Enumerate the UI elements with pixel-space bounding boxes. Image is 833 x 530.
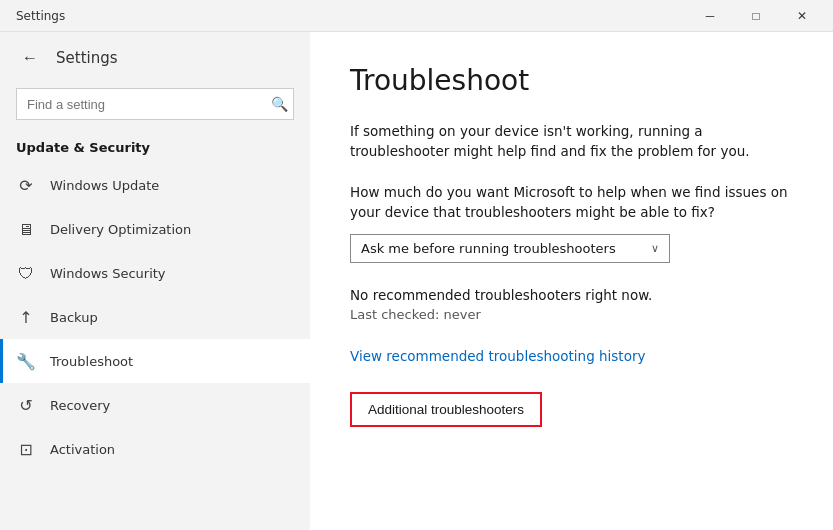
search-icon[interactable]: 🔍 bbox=[271, 96, 288, 112]
windows-update-icon: ⟳ bbox=[16, 175, 36, 195]
last-checked-text: Last checked: never bbox=[350, 307, 793, 322]
sidebar-item-label-troubleshoot: Troubleshoot bbox=[50, 354, 133, 369]
sidebar-item-label-activation: Activation bbox=[50, 442, 115, 457]
app-body: ← Settings 🔍 Update & Security ⟳ Windows… bbox=[0, 32, 833, 530]
minimize-button[interactable]: ─ bbox=[687, 0, 733, 32]
sidebar-item-label-recovery: Recovery bbox=[50, 398, 110, 413]
description-text: If something on your device isn't workin… bbox=[350, 121, 793, 162]
recovery-icon: ↺ bbox=[16, 395, 36, 415]
sidebar-item-troubleshoot[interactable]: 🔧 Troubleshoot bbox=[0, 339, 310, 383]
delivery-optimization-icon: 🖥 bbox=[16, 219, 36, 239]
title-bar-title: Settings bbox=[16, 9, 687, 23]
troubleshoot-dropdown[interactable]: Ask me before running troubleshooters ∨ bbox=[350, 234, 670, 263]
additional-troubleshooters-button[interactable]: Additional troubleshooters bbox=[350, 392, 542, 427]
page-title: Troubleshoot bbox=[350, 64, 793, 97]
sidebar-item-delivery-optimization[interactable]: 🖥 Delivery Optimization bbox=[0, 207, 310, 251]
sidebar-item-activation[interactable]: ⊡ Activation bbox=[0, 427, 310, 471]
history-link[interactable]: View recommended troubleshooting history bbox=[350, 348, 645, 364]
dropdown-selected-value: Ask me before running troubleshooters bbox=[361, 241, 616, 256]
sidebar-item-label-windows-security: Windows Security bbox=[50, 266, 166, 281]
sidebar-item-label-backup: Backup bbox=[50, 310, 98, 325]
sidebar-nav-top: ← Settings bbox=[0, 32, 310, 84]
nav-items-container: ⟳ Windows Update 🖥 Delivery Optimization… bbox=[0, 163, 310, 471]
title-bar-controls: ─ □ ✕ bbox=[687, 0, 825, 32]
sidebar-item-backup[interactable]: ↑ Backup bbox=[0, 295, 310, 339]
question-text: How much do you want Microsoft to help w… bbox=[350, 182, 793, 223]
close-button[interactable]: ✕ bbox=[779, 0, 825, 32]
sidebar-item-recovery[interactable]: ↺ Recovery bbox=[0, 383, 310, 427]
back-button[interactable]: ← bbox=[16, 44, 44, 72]
title-bar: Settings ─ □ ✕ bbox=[0, 0, 833, 32]
search-box: 🔍 bbox=[16, 88, 294, 120]
dropdown-arrow-icon: ∨ bbox=[651, 242, 659, 255]
activation-icon: ⊡ bbox=[16, 439, 36, 459]
backup-icon: ↑ bbox=[16, 307, 36, 327]
main-content: Troubleshoot If something on your device… bbox=[310, 32, 833, 530]
sidebar-item-windows-update[interactable]: ⟳ Windows Update bbox=[0, 163, 310, 207]
troubleshoot-icon: 🔧 bbox=[16, 351, 36, 371]
sidebar-item-windows-security[interactable]: 🛡 Windows Security bbox=[0, 251, 310, 295]
sidebar: ← Settings 🔍 Update & Security ⟳ Windows… bbox=[0, 32, 310, 530]
sidebar-section-label: Update & Security bbox=[0, 132, 310, 163]
maximize-button[interactable]: □ bbox=[733, 0, 779, 32]
status-text: No recommended troubleshooters right now… bbox=[350, 287, 793, 303]
sidebar-app-title: Settings bbox=[56, 49, 118, 67]
sidebar-item-label-delivery-optimization: Delivery Optimization bbox=[50, 222, 191, 237]
search-input[interactable] bbox=[16, 88, 294, 120]
sidebar-item-label-windows-update: Windows Update bbox=[50, 178, 159, 193]
windows-security-icon: 🛡 bbox=[16, 263, 36, 283]
